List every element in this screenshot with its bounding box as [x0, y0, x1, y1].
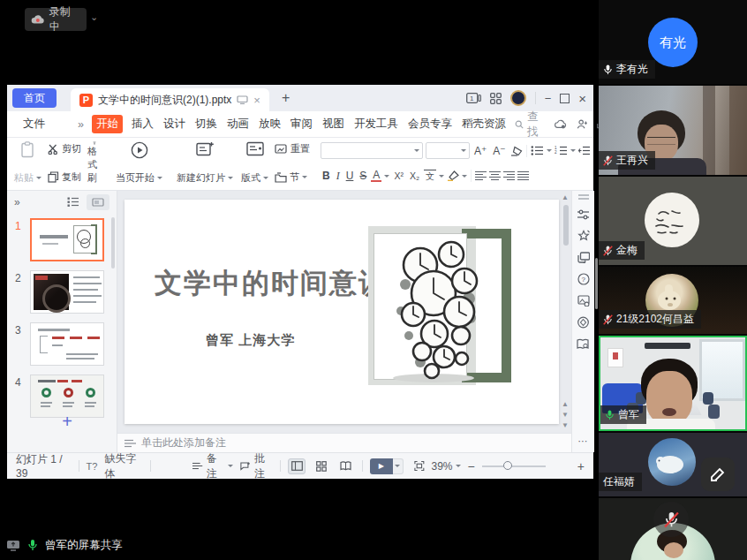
- align-right-icon[interactable]: [503, 170, 515, 182]
- bold-button[interactable]: B: [321, 170, 332, 182]
- zoom-slider-knob[interactable]: [503, 461, 512, 470]
- paste-button[interactable]: 粘贴: [12, 140, 43, 185]
- slide-sorter-view-button[interactable]: [313, 458, 330, 474]
- next-slide-icon[interactable]: ▼: [562, 411, 569, 419]
- font-size-select[interactable]: [426, 142, 470, 159]
- recording-indicator[interactable]: 录制中: [25, 8, 87, 31]
- resource-gem-icon[interactable]: [577, 316, 589, 329]
- reset-button[interactable]: 重置: [275, 142, 310, 155]
- copy-button[interactable]: 复制: [48, 170, 81, 184]
- panel-edge-scrollbar[interactable]: [595, 258, 598, 309]
- menu-overflow-icon[interactable]: »: [78, 118, 84, 131]
- menu-docer[interactable]: 稻壳资源: [461, 115, 507, 133]
- fit-slide-icon[interactable]: [414, 460, 425, 472]
- section-button[interactable]: 节: [275, 170, 310, 184]
- zoom-slider[interactable]: [482, 465, 546, 467]
- menu-design[interactable]: 设计: [162, 115, 186, 133]
- zoom-out-button[interactable]: −: [468, 459, 475, 473]
- highlight-pen-icon[interactable]: [447, 170, 459, 181]
- transition-slides-icon[interactable]: [577, 252, 590, 263]
- normal-view-button[interactable]: [288, 458, 306, 474]
- maximize-button[interactable]: [560, 94, 570, 103]
- image-tools-icon[interactable]: [577, 295, 590, 306]
- increase-font-button[interactable]: A⁺: [472, 145, 488, 157]
- slide-view-toggle[interactable]: [87, 194, 109, 210]
- comments-button[interactable]: 批注: [240, 451, 273, 481]
- menu-transition[interactable]: 切换: [194, 115, 218, 133]
- previous-slide-icon[interactable]: ▲: [562, 400, 569, 408]
- home-tab-button[interactable]: 首页: [12, 88, 57, 108]
- menu-animation[interactable]: 动画: [226, 115, 250, 133]
- slideshow-play-dropdown[interactable]: [393, 458, 404, 474]
- close-window-button[interactable]: ×: [578, 91, 586, 106]
- participant-tile-zengjun-active[interactable]: 曾军: [599, 336, 747, 431]
- recording-chevron-icon[interactable]: ⌄: [90, 11, 98, 23]
- align-center-icon[interactable]: [489, 170, 501, 182]
- apps-grid-icon[interactable]: [490, 93, 502, 104]
- justify-icon[interactable]: [517, 170, 529, 182]
- current-slide[interactable]: 文学中的时间意识 曾军 上海大学: [124, 200, 559, 424]
- canvas-scrollbar[interactable]: [563, 205, 569, 246]
- menu-start[interactable]: 开始: [92, 115, 123, 133]
- account-avatar[interactable]: [510, 90, 526, 106]
- menu-file[interactable]: 文件: [22, 115, 46, 133]
- numbered-list-icon[interactable]: 12: [555, 146, 568, 155]
- superscript-button[interactable]: X²: [392, 170, 405, 181]
- decrease-font-button[interactable]: A⁻: [491, 145, 507, 157]
- tab-close-icon[interactable]: ×: [253, 94, 260, 107]
- font-color-button[interactable]: A: [371, 170, 381, 182]
- add-slide-button[interactable]: +: [30, 412, 104, 432]
- annotation-pen-button[interactable]: [701, 458, 735, 491]
- strikethrough-button[interactable]: S: [358, 170, 368, 182]
- new-slide-button[interactable]: 新建幻灯片: [175, 140, 235, 185]
- zoom-level-button[interactable]: 39%: [432, 460, 461, 473]
- rail-handle-icon[interactable]: [578, 194, 589, 200]
- new-tab-button[interactable]: +: [282, 90, 290, 106]
- reading-view-button[interactable]: [337, 458, 355, 474]
- canvas-scroll-up-icon[interactable]: ▲: [562, 193, 569, 201]
- zoom-in-button[interactable]: +: [577, 459, 585, 473]
- participant-tile-wangzaixing[interactable]: 王再兴: [599, 86, 747, 175]
- missing-fonts-button[interactable]: 缺失字体: [104, 451, 142, 481]
- participant-tile-jinmei[interactable]: 金梅: [599, 177, 747, 265]
- play-from-current-button[interactable]: 当页开始: [114, 140, 164, 185]
- menu-devtools[interactable]: 开发工具: [353, 115, 399, 133]
- slideshow-play-button[interactable]: ▶: [370, 458, 393, 474]
- menu-view[interactable]: 视图: [321, 115, 345, 133]
- thumbnail-slide-3[interactable]: 3: [7, 321, 117, 373]
- outline-view-icon[interactable]: [67, 197, 79, 207]
- add-user-icon[interactable]: [577, 118, 588, 130]
- font-family-select[interactable]: [321, 142, 423, 159]
- reference-book-icon[interactable]: [577, 338, 590, 350]
- notes-toggle-button[interactable]: 备注: [192, 451, 233, 481]
- notes-bar[interactable]: 单击此处添加备注: [117, 433, 571, 452]
- indent-icon[interactable]: [578, 146, 591, 155]
- minimize-button[interactable]: −: [545, 92, 552, 105]
- bullet-list-icon[interactable]: [531, 146, 544, 155]
- menu-review[interactable]: 审阅: [290, 115, 313, 133]
- help-icon[interactable]: ?: [577, 273, 590, 285]
- layout-button[interactable]: 版式: [239, 140, 270, 185]
- format-painter-button[interactable]: 格式刷: [86, 140, 103, 185]
- pinyin-guide-button[interactable]: 文: [424, 170, 436, 183]
- menu-membership[interactable]: 会员专享: [407, 115, 453, 133]
- clear-format-icon[interactable]: [510, 146, 523, 156]
- underline-button[interactable]: U: [344, 170, 356, 182]
- thumbnail-scrollbar[interactable]: [111, 217, 115, 269]
- participant-tile-hechangyi[interactable]: 21级2102何昌益: [599, 267, 747, 334]
- window-switch-icon[interactable]: 1: [466, 93, 481, 103]
- cut-button[interactable]: 剪切: [48, 142, 81, 155]
- italic-button[interactable]: I: [335, 170, 342, 183]
- align-left-icon[interactable]: [475, 170, 487, 182]
- participant-tile-partial[interactable]: [599, 498, 747, 560]
- properties-sliders-icon[interactable]: [577, 209, 589, 220]
- menu-insert[interactable]: 插入: [131, 115, 155, 133]
- thumbnail-slide-1[interactable]: 1: [7, 216, 117, 269]
- animation-star-icon[interactable]: [577, 230, 590, 242]
- find-button[interactable]: 查找: [515, 110, 546, 140]
- thumbnail-slide-2[interactable]: 2: [7, 269, 117, 321]
- slide-canvas[interactable]: 文学中的时间意识 曾军 上海大学: [117, 191, 571, 433]
- cloud-sync-icon[interactable]: [555, 118, 568, 130]
- rail-more-icon[interactable]: ⋯: [572, 435, 594, 447]
- document-tab[interactable]: P 文学中的时间意识(2)(1).pptx ×: [71, 88, 269, 111]
